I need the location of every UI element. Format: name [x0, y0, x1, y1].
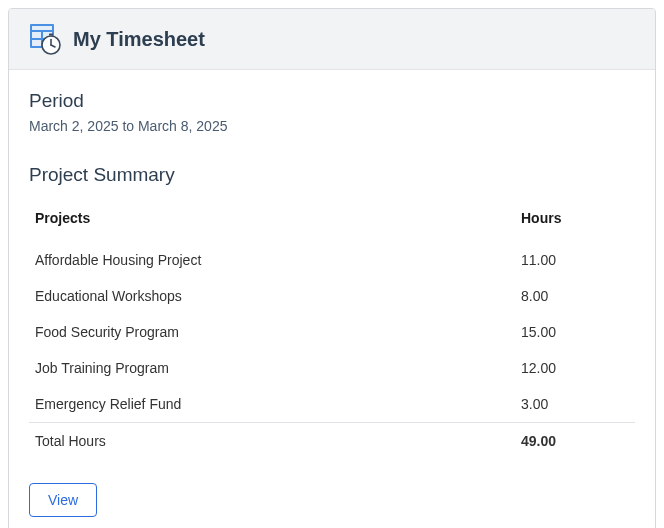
actions-row: View: [29, 483, 635, 517]
timesheet-clock-icon: [29, 23, 61, 55]
hours-cell: 8.00: [515, 278, 635, 314]
project-summary-title: Project Summary: [29, 164, 635, 186]
table-row: Job Training Program 12.00: [29, 350, 635, 386]
svg-rect-1: [32, 26, 52, 30]
total-hours-cell: 49.00: [515, 423, 635, 460]
timesheet-card: My Timesheet Period March 2, 2025 to Mar…: [8, 8, 656, 528]
project-name-cell: Food Security Program: [29, 314, 515, 350]
table-header-row: Projects Hours: [29, 200, 635, 242]
svg-rect-2: [32, 32, 41, 38]
table-row: Food Security Program 15.00: [29, 314, 635, 350]
table-total-row: Total Hours 49.00: [29, 423, 635, 460]
table-row: Affordable Housing Project 11.00: [29, 242, 635, 278]
card-title: My Timesheet: [73, 28, 205, 51]
hours-cell: 15.00: [515, 314, 635, 350]
total-label-cell: Total Hours: [29, 423, 515, 460]
period-value: March 2, 2025 to March 8, 2025: [29, 118, 635, 134]
column-header-hours: Hours: [515, 200, 635, 242]
project-name-cell: Affordable Housing Project: [29, 242, 515, 278]
period-label: Period: [29, 90, 635, 112]
hours-cell: 11.00: [515, 242, 635, 278]
svg-rect-4: [32, 40, 41, 46]
project-name-cell: Job Training Program: [29, 350, 515, 386]
column-header-projects: Projects: [29, 200, 515, 242]
card-header: My Timesheet: [9, 9, 655, 70]
view-button[interactable]: View: [29, 483, 97, 517]
hours-cell: 12.00: [515, 350, 635, 386]
project-name-cell: Educational Workshops: [29, 278, 515, 314]
table-row: Educational Workshops 8.00: [29, 278, 635, 314]
table-row: Emergency Relief Fund 3.00: [29, 386, 635, 423]
hours-cell: 3.00: [515, 386, 635, 423]
project-name-cell: Emergency Relief Fund: [29, 386, 515, 423]
card-body: Period March 2, 2025 to March 8, 2025 Pr…: [9, 70, 655, 528]
svg-rect-8: [49, 34, 53, 36]
project-summary-table: Projects Hours Affordable Housing Projec…: [29, 200, 635, 459]
